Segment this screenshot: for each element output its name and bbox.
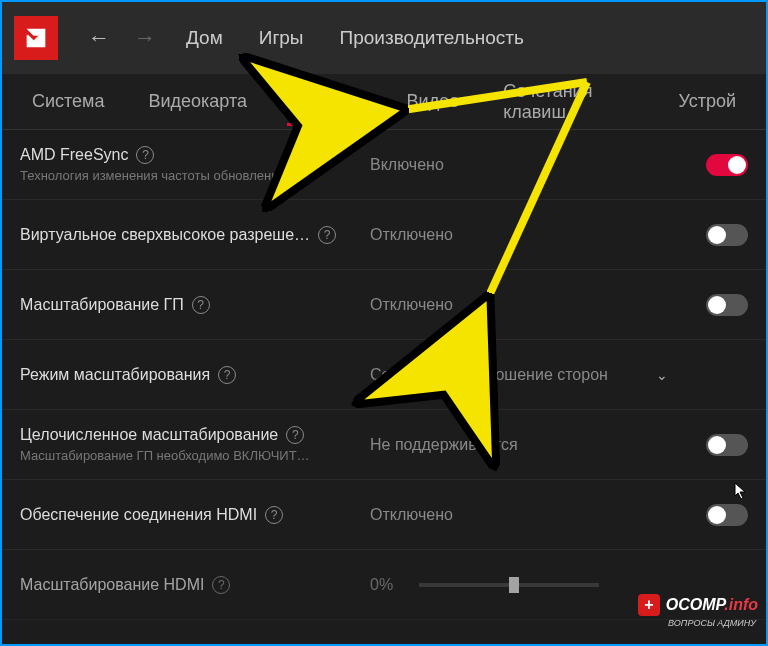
watermark: + OCOMP.info ВОПРОСЫ АДМИНУ [638,594,758,616]
setting-freesync: AMD FreeSync ? Технология изменения част… [2,130,766,200]
setting-value: Не поддерживается [370,436,678,454]
settings-panel: AMD FreeSync ? Технология изменения част… [2,130,766,646]
tabs-bar: Система Видеокарта Дисплей Видео Сочетан… [2,74,766,130]
tab-system[interactable]: Система [10,77,127,126]
help-icon[interactable]: ? [192,296,210,314]
setting-integer-scaling: Целочисленное масштабирование ? Масштаби… [2,410,766,480]
setting-gpu-scaling: Масштабирование ГП ? Отключено [2,270,766,340]
setting-value: Отключено [370,226,678,244]
nav-home[interactable]: Дом [168,27,241,49]
setting-value: Включено [370,156,678,174]
tab-gpu[interactable]: Видеокарта [127,77,270,126]
setting-label: Целочисленное масштабирование [20,426,278,444]
setting-scaling-mode[interactable]: Режим масштабирования ? Сохранять соотно… [2,340,766,410]
tab-devices[interactable]: Устрой [656,77,758,126]
nav-games[interactable]: Игры [241,27,322,49]
setting-value: Сохранять соотношение сторон [370,366,608,384]
toggle-gpu-scaling[interactable] [706,294,748,316]
setting-value: Отключено [370,506,678,524]
help-icon[interactable]: ? [218,366,236,384]
toggle-freesync[interactable] [706,154,748,176]
setting-desc: Масштабирование ГП необходимо ВКЛЮЧИТ… [20,448,360,463]
app-header: ← → Дом Игры Производительность [2,2,766,74]
nav-performance[interactable]: Производительность [322,27,542,49]
nav-forward-icon[interactable]: → [122,25,168,51]
toggle-hdmi-link[interactable] [706,504,748,526]
toggle-integer-scaling[interactable] [706,434,748,456]
plus-icon: + [638,594,660,616]
help-icon[interactable]: ? [318,226,336,244]
help-icon[interactable]: ? [136,146,154,164]
setting-hdmi-link: Обеспечение соединения HDMI ? Отключено [2,480,766,550]
watermark-text: OCOMP [666,596,724,613]
tab-display[interactable]: Дисплей [269,77,385,126]
slider-thumb[interactable] [509,577,519,593]
chevron-down-icon[interactable]: ⌄ [656,367,668,383]
help-icon[interactable]: ? [212,576,230,594]
tab-hotkeys[interactable]: Сочетания клавиш [481,67,656,137]
setting-label: Виртуальное сверхвысокое разреше… [20,226,310,244]
setting-label: Масштабирование HDMI [20,576,204,594]
setting-label: Масштабирование ГП [20,296,184,314]
amd-logo [14,16,58,60]
setting-label: Режим масштабирования [20,366,210,384]
help-icon[interactable]: ? [286,426,304,444]
watermark-suffix: .info [724,596,758,613]
setting-value: Отключено [370,296,678,314]
setting-label: AMD FreeSync [20,146,128,164]
setting-label: Обеспечение соединения HDMI [20,506,257,524]
hdmi-scaling-slider[interactable] [419,583,599,587]
setting-value: 0% [370,576,393,594]
setting-desc: Технология изменения частоты обновления [20,168,360,183]
cursor-icon [734,482,748,504]
toggle-vsr[interactable] [706,224,748,246]
tab-video[interactable]: Видео [385,77,482,126]
setting-vsr: Виртуальное сверхвысокое разреше… ? Откл… [2,200,766,270]
help-icon[interactable]: ? [265,506,283,524]
watermark-sub: ВОПРОСЫ АДМИНУ [668,618,756,628]
nav-back-icon[interactable]: ← [76,25,122,51]
